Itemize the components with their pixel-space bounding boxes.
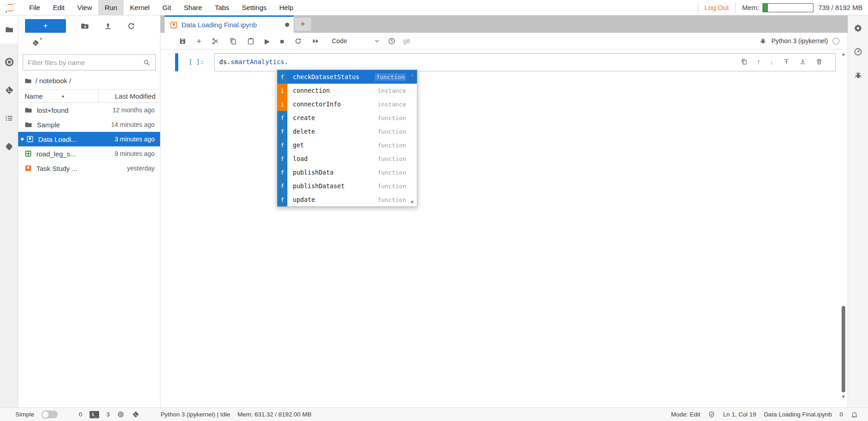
upload-button[interactable] bbox=[104, 22, 112, 30]
completer-scroll-down-arrow[interactable]: ▼ bbox=[410, 199, 415, 205]
menu-edit[interactable]: Edit bbox=[46, 0, 71, 15]
execution-time-button[interactable] bbox=[383, 37, 401, 45]
completion-item[interactable]: f get function bbox=[277, 138, 417, 152]
sidebar-tab-debugger[interactable] bbox=[854, 71, 863, 80]
completion-item[interactable]: f load function bbox=[277, 152, 417, 165]
save-button[interactable] bbox=[174, 37, 191, 45]
new-folder-button[interactable] bbox=[80, 22, 89, 30]
sort-by-modified-header[interactable]: Last Modified bbox=[99, 92, 156, 100]
restart-kernel-button[interactable] bbox=[289, 37, 307, 45]
interrupt-kernel-button[interactable]: ■ bbox=[275, 38, 289, 45]
file-browser-toolbar: + bbox=[18, 15, 160, 35]
file-modified: 9 minutes ago bbox=[115, 150, 155, 157]
trust-indicator[interactable] bbox=[708, 411, 715, 418]
scrollbar-thumb[interactable] bbox=[842, 306, 845, 392]
menu-git[interactable]: Git bbox=[156, 0, 177, 15]
unsaved-changes-dot[interactable] bbox=[285, 23, 289, 27]
sidebar-tab-git[interactable] bbox=[0, 80, 18, 100]
cursor-position[interactable]: Ln 1, Col 19 bbox=[723, 411, 756, 418]
code-dot: . bbox=[284, 58, 288, 65]
menu-settings[interactable]: Settings bbox=[236, 0, 273, 15]
main-dock-panel: Data Loading Final.ipynb + + ▶ ■ bbox=[161, 15, 848, 407]
menu-file[interactable]: File bbox=[23, 0, 46, 15]
move-cell-up-button[interactable]: ↑ bbox=[757, 58, 761, 65]
sidebar-tab-toc[interactable] bbox=[0, 108, 18, 128]
filter-files-input[interactable] bbox=[28, 59, 143, 66]
sort-by-name-header[interactable]: Name ▲ bbox=[25, 90, 99, 102]
command-mode-indicator[interactable]: Mode: Edit bbox=[671, 411, 701, 418]
git-clone-button[interactable]: + bbox=[32, 39, 42, 47]
terminal-icon[interactable]: $_ bbox=[90, 411, 99, 418]
file-row-lost-found[interactable]: lost+found 12 months ago bbox=[18, 103, 160, 117]
completion-item[interactable]: f delete function bbox=[277, 125, 417, 138]
code-cell[interactable]: [ ]: ds.smartAnalytics. ↑ ↓ bbox=[161, 53, 848, 71]
notification-count[interactable]: 0 bbox=[839, 411, 843, 418]
completion-item[interactable]: f publishData function bbox=[277, 165, 417, 179]
cell-type-select[interactable]: Code bbox=[329, 37, 383, 45]
insert-cell-below-button[interactable] bbox=[799, 58, 806, 65]
copy-cells-button[interactable] bbox=[224, 37, 242, 45]
notebook-scrollbar[interactable]: ▲ ▼ bbox=[840, 51, 847, 406]
menu-tabs[interactable]: Tabs bbox=[208, 0, 236, 15]
move-cell-down-button[interactable]: ↓ bbox=[770, 58, 774, 65]
menu-help[interactable]: Help bbox=[273, 0, 300, 15]
kernel-status-text[interactable]: Python 3 (ipykernel) | Idle bbox=[161, 411, 230, 418]
menu-run[interactable]: Run bbox=[98, 0, 124, 15]
sidebar-tab-running-sessions[interactable] bbox=[0, 52, 18, 72]
menu-kernel[interactable]: Kernel bbox=[124, 0, 156, 15]
kernel-count[interactable]: 0 bbox=[79, 411, 82, 418]
insert-cell-above-button[interactable] bbox=[783, 58, 790, 65]
logout-button[interactable]: Log Out bbox=[698, 4, 735, 11]
refresh-icon bbox=[127, 22, 135, 30]
breadcrumb[interactable]: / notebook / bbox=[18, 70, 160, 89]
git-status-button[interactable] bbox=[132, 411, 140, 418]
file-row-data-loading[interactable]: Data Loadi... 3 minutes ago bbox=[18, 132, 160, 146]
kernel-usage-button[interactable] bbox=[117, 411, 125, 418]
menu-share[interactable]: Share bbox=[177, 0, 208, 15]
completion-item[interactable]: i connection instance bbox=[277, 84, 417, 97]
file-row-road-leg[interactable]: road_leg_s... 9 minutes ago bbox=[18, 146, 160, 161]
new-launcher-button[interactable]: + bbox=[25, 19, 66, 33]
terminal-count[interactable]: 3 bbox=[106, 411, 110, 418]
sidebar-tab-dashboard[interactable] bbox=[853, 47, 863, 56]
file-row-sample[interactable]: Sample 14 minutes ago bbox=[18, 117, 160, 132]
completion-type: instance bbox=[377, 101, 406, 108]
refresh-filebrowser-button[interactable] bbox=[127, 22, 135, 30]
tab-bar: Data Loading Final.ipynb + bbox=[161, 15, 848, 33]
run-cell-button[interactable]: ▶ bbox=[260, 38, 275, 45]
duplicate-cell-button[interactable] bbox=[741, 58, 748, 65]
menu-view[interactable]: View bbox=[71, 0, 98, 15]
completion-item[interactable]: f checkDatasetStatus function bbox=[277, 70, 417, 84]
tab-data-loading-final[interactable]: Data Loading Final.ipynb bbox=[165, 15, 294, 33]
function-badge: f bbox=[277, 125, 287, 138]
sidebar-tab-property-inspector[interactable] bbox=[853, 24, 863, 33]
simple-mode-toggle[interactable] bbox=[41, 411, 58, 418]
kernel-name[interactable]: Python 3 (ipykernel) bbox=[771, 37, 828, 45]
insert-cell-button[interactable]: + bbox=[191, 37, 206, 45]
memory-usage-value: 739 / 8192 MB bbox=[818, 4, 863, 11]
notifications-button[interactable] bbox=[851, 411, 858, 418]
completion-item[interactable]: f publishDataset function bbox=[277, 179, 417, 193]
file-name: Data Loadi... bbox=[38, 135, 115, 143]
kernel-idle-circle-icon[interactable] bbox=[833, 38, 839, 45]
completion-item[interactable]: f create function bbox=[277, 111, 417, 125]
cell-collapser[interactable] bbox=[175, 53, 178, 71]
bug-icon[interactable] bbox=[759, 37, 767, 45]
cut-cells-button[interactable] bbox=[206, 37, 224, 45]
new-tab-button[interactable]: + bbox=[295, 18, 311, 31]
completion-item[interactable]: f update function bbox=[277, 193, 417, 206]
cell-editor[interactable]: ds.smartAnalytics. ↑ ↓ bbox=[214, 53, 836, 71]
scroll-down-arrow[interactable]: ▼ bbox=[840, 394, 847, 399]
sidebar-tab-extensions[interactable] bbox=[0, 136, 18, 156]
function-badge: f bbox=[277, 111, 287, 125]
sidebar-tab-filebrowser[interactable] bbox=[0, 15, 18, 44]
restart-run-all-button[interactable] bbox=[307, 37, 325, 45]
scroll-up-arrow[interactable]: ▲ bbox=[840, 51, 847, 56]
paste-cells-button[interactable] bbox=[242, 37, 260, 45]
file-row-task-study[interactable]: Task Study ... yesterday bbox=[18, 161, 160, 175]
notebook-icon bbox=[25, 165, 32, 172]
git-toolbar-label[interactable]: git bbox=[403, 37, 410, 45]
delete-cell-button[interactable] bbox=[816, 58, 823, 65]
completer-scroll-up-arrow[interactable]: ▲ bbox=[410, 72, 415, 77]
completion-item[interactable]: i connectorInfo instance bbox=[277, 97, 417, 111]
